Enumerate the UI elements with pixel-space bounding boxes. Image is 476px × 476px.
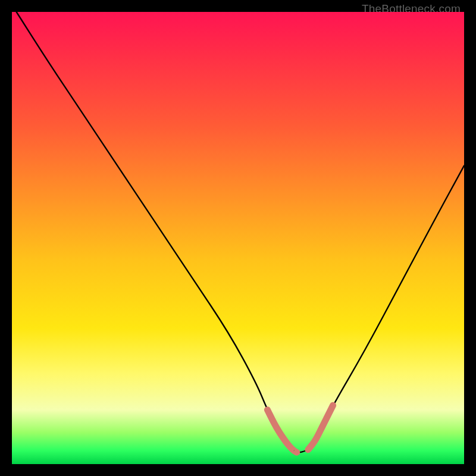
chart-frame: TheBottleneck.com [0,0,476,476]
bottleneck-curve-path [17,12,464,452]
chart-svg [12,12,464,464]
bottom-marker-left-path [267,410,296,452]
bottom-marker-right-path [308,405,333,450]
plot-area [12,12,464,464]
